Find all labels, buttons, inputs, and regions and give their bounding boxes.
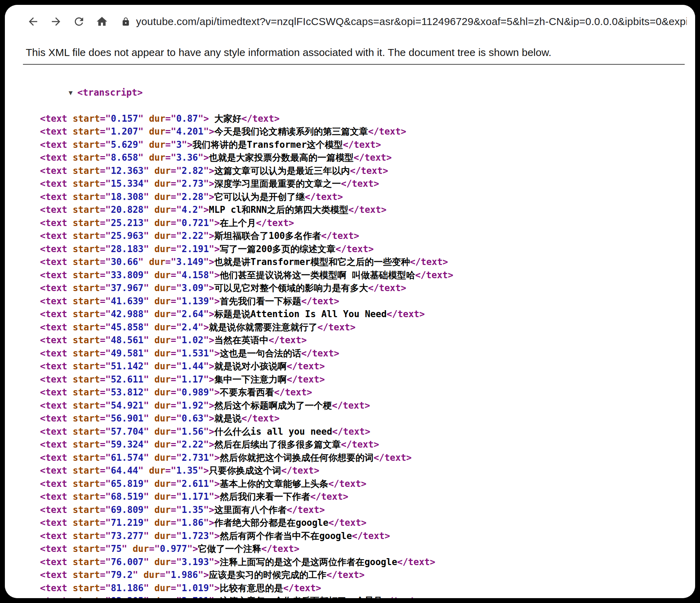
xml-attribute: dur="4.158" xyxy=(149,270,214,280)
xml-attribute: start="56.901" xyxy=(67,413,149,424)
xml-viewer: This XML file does not appear to have an… xyxy=(5,47,695,598)
xml-attribute-name: start xyxy=(73,491,100,502)
xml-attribute-name: start xyxy=(73,178,100,189)
xml-attribute: dur="0.977" xyxy=(127,544,193,554)
xml-close-tag: </text> xyxy=(352,531,390,541)
xml-text-node: <text start="76.007" dur="3.193">注释上面写的是… xyxy=(40,556,695,569)
xml-attribute: start="48.561" xyxy=(67,335,149,345)
xml-attribute: start="45.858" xyxy=(67,322,149,332)
xml-text-node: <text start="79.2" dur="1.986">应该是实习的时候完… xyxy=(40,569,695,582)
xml-text-value: 也就是大家投票分数最高的一篇模型 xyxy=(209,152,353,163)
xml-attribute-value: 57.704 xyxy=(111,426,144,437)
xml-attribute: start="81.186" xyxy=(67,583,149,593)
reload-icon xyxy=(73,15,85,28)
xml-attribute: start="37.967" xyxy=(67,283,149,293)
xml-text-node: <text start="81.186" dur="1.019">比较有意思的是… xyxy=(40,582,695,595)
xml-text-value: 在上个月 xyxy=(220,218,256,228)
xml-attribute: start="82.205" xyxy=(67,596,149,598)
xml-text-node: <text start="69.809" dur="1.35">这里面有八个作者… xyxy=(40,504,695,517)
xml-attribute-name: dur xyxy=(154,439,171,450)
xml-attribute: start="79.2" xyxy=(67,570,138,580)
xml-attribute-value: 2.191 xyxy=(182,244,209,254)
home-button[interactable] xyxy=(93,13,111,30)
xml-open-tag: <text start="65.819" dur="2.611"> xyxy=(40,479,220,489)
xml-close-tag: </text> xyxy=(353,152,392,163)
xml-close-tag: </text> xyxy=(301,296,340,306)
xml-attribute-name: dur xyxy=(154,178,171,189)
xml-attribute: dur="3.36" xyxy=(143,152,203,163)
xml-attribute-name: dur xyxy=(154,491,171,502)
xml-attribute-value: 3.09 xyxy=(182,283,204,293)
url-text[interactable]: youtube.com/api/timedtext?v=nzqlFIcCSWQ&… xyxy=(136,16,687,27)
xml-close-tag: </text> xyxy=(287,374,325,385)
xml-attribute-value: 1.531 xyxy=(182,348,209,359)
collapse-arrow-icon[interactable]: ▼ xyxy=(69,86,77,99)
transcript-open-tag: <transcript> xyxy=(77,87,143,98)
xml-close-tag: </text> xyxy=(397,557,436,567)
back-button[interactable] xyxy=(24,13,42,30)
xml-attribute: start="8.658" xyxy=(67,152,143,163)
xml-close-tag: </text> xyxy=(387,309,425,319)
xml-attribute-name: dur xyxy=(154,557,171,567)
xml-text-node: <text start="1.207" dur="4.201">今天是我们论文精… xyxy=(40,125,695,138)
xml-attribute-name: dur xyxy=(154,218,171,228)
xml-attribute: dur="2.73" xyxy=(149,178,209,189)
xml-attribute-value: 41.639 xyxy=(111,296,144,306)
xml-attribute-value: 1.86 xyxy=(182,517,204,528)
xml-attribute: dur="2.64" xyxy=(149,309,209,319)
xml-attribute-name: start xyxy=(73,596,100,598)
xml-attribute-name: start xyxy=(73,479,100,489)
xml-close-tag: </text> xyxy=(287,505,325,515)
xml-attribute: start="73.277" xyxy=(67,531,149,541)
xml-attribute-value: 49.581 xyxy=(111,348,144,359)
xml-text-value: MLP cl和RNN之后的第四大类模型 xyxy=(209,204,348,215)
xml-close-tag: </text> xyxy=(350,166,388,176)
xml-close-tag: </text> xyxy=(305,192,343,202)
xml-attribute-value: 0.87 xyxy=(176,113,198,124)
xml-text-value: 也就是讲Transformer模型和它之后的一些变种 xyxy=(214,257,410,267)
xml-attribute-name: dur xyxy=(154,283,171,293)
xml-open-tag: <text start="52.611" dur="1.17"> xyxy=(40,374,214,385)
xml-close-tag: </text> xyxy=(368,126,406,137)
xml-attribute: start="52.611" xyxy=(67,374,149,385)
xml-attribute-value: 3.149 xyxy=(176,257,203,267)
xml-attribute-value: 0.157 xyxy=(111,113,138,124)
xml-attribute-name: start xyxy=(73,257,100,267)
xml-attribute: dur="1.139" xyxy=(149,296,214,306)
xml-attribute-value: 5.629 xyxy=(111,139,138,150)
xml-text-value: 这里面有八个作者 xyxy=(214,505,287,515)
xml-attribute-name: start xyxy=(73,231,100,241)
xml-text-node: <text start="5.629" dur="3">我们将讲的是Transf… xyxy=(40,138,695,152)
xml-attribute-name: dur xyxy=(154,270,171,280)
xml-attribute-name: start xyxy=(73,139,100,150)
xml-attribute: start="61.574" xyxy=(67,452,149,463)
xml-attribute-value: 71.219 xyxy=(111,517,144,528)
xml-text-node: <text start="41.639" dur="1.139">首先我们看一下… xyxy=(40,295,695,308)
xml-text-value: 作者绝大部分都是在google xyxy=(214,517,328,528)
xml-attribute-name: start xyxy=(73,113,100,124)
xml-attribute: start="25.213" xyxy=(67,218,149,228)
xml-text-node: <text start="51.142" dur="1.44">就是说对小孩说啊… xyxy=(40,360,695,373)
xml-attribute-value: 12.363 xyxy=(111,166,144,176)
xml-close-tag: </text> xyxy=(410,257,448,267)
xml-text-value: 基本上你的文章能够上头条 xyxy=(220,479,328,489)
xml-close-tag: </text> xyxy=(241,413,280,424)
xml-attribute-value: 73.277 xyxy=(111,531,144,541)
xml-attribute-name: start xyxy=(73,361,100,371)
xml-attribute-value: 65.819 xyxy=(111,479,144,489)
xml-attribute-name: dur xyxy=(154,348,171,359)
xml-close-tag: </text> xyxy=(256,218,294,228)
xml-text-value: 可以见它对整个领域的影响力是有多大 xyxy=(214,283,368,293)
forward-button[interactable] xyxy=(47,13,65,30)
xml-open-tag: <text start="68.519" dur="1.171"> xyxy=(40,491,220,502)
xml-attribute-name: dur xyxy=(154,387,171,397)
xml-attribute-name: start xyxy=(73,322,100,332)
xml-close-tag: </text> xyxy=(348,204,387,215)
xml-attribute-value: 15.334 xyxy=(111,178,144,189)
xml-open-tag: <text start="8.658" dur="3.36"> xyxy=(40,152,209,163)
xml-open-tag: <text start="79.2" dur="1.986"> xyxy=(40,570,209,580)
address-bar[interactable]: youtube.com/api/timedtext?v=nzqlFIcCSWQ&… xyxy=(121,11,687,32)
xml-attribute: dur="3.149" xyxy=(143,257,209,267)
reload-button[interactable] xyxy=(70,13,88,30)
xml-open-tag: <text start="18.308" dur="2.28"> xyxy=(40,192,214,202)
